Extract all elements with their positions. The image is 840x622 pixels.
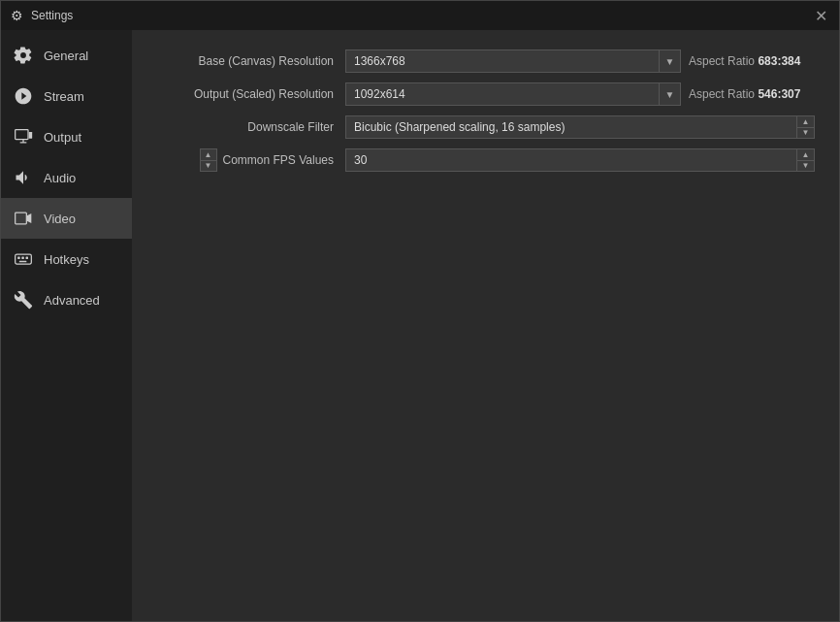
downscale-down-button[interactable]: ▼: [797, 128, 814, 139]
fps-control: 30 ▲ ▼: [345, 148, 815, 172]
output-aspect-ratio: Aspect Ratio 546:307: [689, 87, 815, 101]
output-resolution-arrow[interactable]: ▼: [659, 83, 680, 105]
base-resolution-label: Base (Canvas) Resolution: [156, 54, 345, 68]
base-resolution-row: Base (Canvas) Resolution 1366x768 ▼ Aspe…: [156, 49, 815, 73]
fps-label-spinner[interactable]: ▲ ▼: [200, 148, 217, 172]
base-aspect-ratio: Aspect Ratio 683:384: [689, 54, 815, 68]
close-button[interactable]: ✕: [812, 7, 829, 24]
downscale-filter-label: Downscale Filter: [156, 120, 345, 134]
sidebar-label-audio: Audio: [44, 171, 76, 185]
main-content: Base (Canvas) Resolution 1366x768 ▼ Aspe…: [132, 30, 839, 621]
sidebar-label-output: Output: [44, 130, 81, 145]
svg-rect-2: [16, 213, 27, 224]
output-resolution-label: Output (Scaled) Resolution: [156, 87, 345, 101]
sidebar-item-hotkeys[interactable]: Hotkeys: [1, 239, 132, 279]
svg-rect-0: [16, 130, 28, 140]
titlebar: ⚙ Settings ✕: [1, 1, 839, 30]
base-resolution-control: 1366x768 ▼ Aspect Ratio 683:384: [345, 49, 815, 73]
fps-dropdown[interactable]: 30 ▲ ▼: [345, 148, 815, 172]
sidebar-label-general: General: [44, 49, 88, 63]
output-resolution-control: 1092x614 ▼ Aspect Ratio 546:307: [345, 82, 815, 106]
output-resolution-row: Output (Scaled) Resolution 1092x614 ▼ As…: [156, 82, 815, 106]
fps-row: ▲ ▼ Common FPS Values 30 ▲ ▼: [156, 148, 815, 172]
sidebar-item-output[interactable]: Output: [1, 116, 132, 157]
fps-value: 30: [346, 153, 796, 167]
sidebar-label-advanced: Advanced: [44, 293, 100, 308]
downscale-up-button[interactable]: ▲: [797, 116, 814, 128]
sidebar-label-video: Video: [44, 212, 76, 226]
sidebar-item-video[interactable]: Video: [1, 198, 132, 239]
svg-rect-7: [19, 261, 26, 263]
titlebar-left: ⚙ Settings: [11, 8, 73, 23]
downscale-filter-control: Bicubic (Sharpened scaling, 16 samples) …: [345, 115, 815, 139]
gear-icon: [13, 45, 34, 66]
sidebar-label-stream: Stream: [44, 89, 84, 104]
output-resolution-value: 1092x614: [346, 87, 659, 101]
audio-icon: [13, 167, 34, 188]
video-icon: [13, 208, 34, 229]
advanced-icon: [13, 289, 34, 311]
output-icon: [13, 126, 34, 147]
downscale-filter-spin[interactable]: ▲ ▼: [796, 116, 814, 138]
sidebar-item-stream[interactable]: Stream: [1, 76, 132, 116]
base-resolution-arrow[interactable]: ▼: [659, 50, 680, 72]
stream-icon: [13, 85, 34, 107]
sidebar: General Stream: [1, 30, 132, 621]
downscale-filter-dropdown[interactable]: Bicubic (Sharpened scaling, 16 samples) …: [345, 115, 815, 139]
sidebar-item-general[interactable]: General: [1, 35, 132, 76]
titlebar-title: Settings: [31, 9, 73, 22]
content-area: General Stream: [1, 30, 839, 621]
fps-spin[interactable]: ▲ ▼: [796, 149, 814, 171]
fps-up-button[interactable]: ▲: [797, 149, 814, 161]
svg-rect-6: [26, 257, 29, 260]
svg-rect-5: [21, 257, 24, 260]
svg-rect-1: [29, 132, 32, 139]
downscale-filter-value: Bicubic (Sharpened scaling, 16 samples): [346, 120, 796, 134]
settings-window: ⚙ Settings ✕ General: [0, 0, 840, 622]
base-resolution-value: 1366x768: [346, 54, 659, 68]
hotkeys-icon: [13, 248, 34, 270]
titlebar-icon: ⚙: [11, 8, 23, 23]
fps-label-up[interactable]: ▲: [201, 149, 216, 161]
fps-label-container: ▲ ▼ Common FPS Values: [156, 148, 345, 172]
sidebar-item-advanced[interactable]: Advanced: [1, 279, 132, 320]
fps-down-button[interactable]: ▼: [797, 161, 814, 172]
downscale-filter-row: Downscale Filter Bicubic (Sharpened scal…: [156, 115, 815, 139]
fps-label-down[interactable]: ▼: [201, 161, 216, 172]
sidebar-item-audio[interactable]: Audio: [1, 157, 132, 198]
output-resolution-dropdown[interactable]: 1092x614 ▼: [345, 82, 681, 106]
base-resolution-dropdown[interactable]: 1366x768 ▼: [345, 49, 681, 73]
svg-rect-4: [17, 257, 20, 260]
sidebar-label-hotkeys: Hotkeys: [44, 252, 89, 267]
